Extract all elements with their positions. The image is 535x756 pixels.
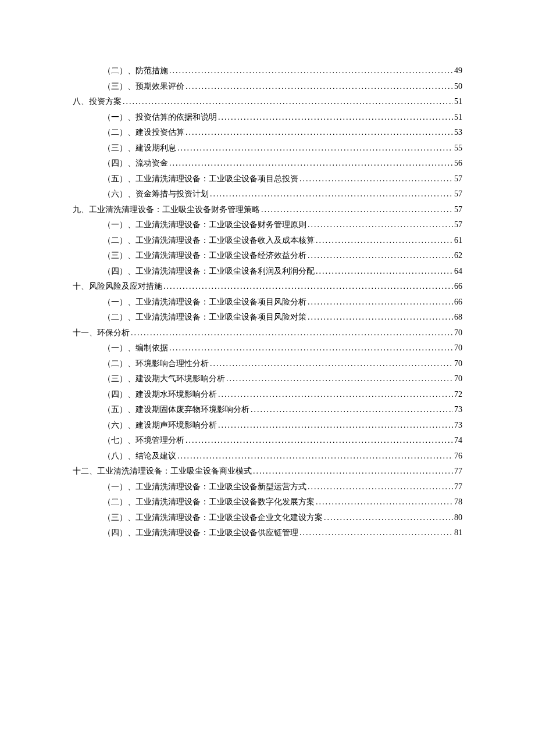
toc-entry-page: 77 — [454, 480, 462, 495]
toc-leader-dots — [253, 464, 453, 479]
toc-leader-dots — [186, 433, 453, 448]
toc-entry: 十、风险风险及应对措施66 — [73, 280, 462, 294]
toc-entry-page: 57 — [454, 172, 462, 187]
toc-entry-page: 66 — [454, 280, 462, 294]
toc-leader-dots — [177, 449, 453, 464]
toc-leader-dots — [177, 141, 453, 156]
table-of-contents: （二）、防范措施49（三）、预期效果评价50八、投资方案51（一）、投资估算的依… — [73, 64, 462, 540]
toc-leader-dots — [308, 218, 453, 232]
toc-entry: 十一、环保分析70 — [73, 326, 462, 341]
toc-entry: （七）、环境管理分析74 — [103, 433, 462, 448]
toc-entry: （三）、工业清洗清理设备：工业吸尘设备企业文化建设方案80 — [103, 511, 462, 525]
toc-entry: （一）、工业清洗清理设备：工业吸尘设备财务管理原则57 — [103, 218, 462, 232]
toc-entry-page: 51 — [454, 95, 462, 109]
toc-entry-label: （二）、环境影响合理性分析 — [103, 357, 209, 371]
document-page: （二）、防范措施49（三）、预期效果评价50八、投资方案51（一）、投资估算的依… — [0, 0, 535, 540]
toc-entry-label: （二）、工业清洗清理设备：工业吸尘设备数字化发展方案 — [103, 495, 315, 510]
toc-leader-dots — [218, 388, 453, 402]
toc-entry: （一）、工业清洗清理设备：工业吸尘设备项目风险分析66 — [103, 295, 462, 310]
toc-entry: （二）、建设投资估算53 — [103, 126, 462, 140]
toc-entry: （二）、工业清洗清理设备：工业吸尘设备数字化发展方案78 — [103, 495, 462, 510]
toc-leader-dots — [316, 234, 453, 248]
toc-leader-dots — [210, 357, 453, 371]
toc-entry-page: 61 — [454, 234, 462, 248]
toc-entry: （五）、建设期固体废弃物环境影响分析73 — [103, 403, 462, 417]
toc-entry: （二）、环境影响合理性分析70 — [103, 357, 462, 371]
toc-entry-page: 64 — [454, 264, 462, 279]
toc-entry-page: 50 — [454, 80, 462, 94]
toc-entry-page: 78 — [454, 495, 462, 510]
toc-leader-dots — [308, 249, 453, 263]
toc-entry-page: 70 — [454, 372, 462, 386]
toc-entry: （三）、工业清洗清理设备：工业吸尘设备经济效益分析62 — [103, 249, 462, 263]
toc-leader-dots — [308, 295, 453, 310]
toc-entry-page: 70 — [454, 341, 462, 356]
toc-entry-label: （五）、建设期固体废弃物环境影响分析 — [103, 403, 249, 417]
toc-entry: （六）、建设期声环境影响分析73 — [103, 418, 462, 433]
toc-leader-dots — [218, 418, 453, 433]
toc-entry-page: 51 — [454, 110, 462, 125]
toc-entry: （四）、工业清洗清理设备：工业吸尘设备利润及利润分配64 — [103, 264, 462, 279]
toc-entry-label: （六）、建设期声环境影响分析 — [103, 418, 217, 433]
toc-entry-page: 70 — [454, 326, 462, 341]
toc-leader-dots — [308, 480, 453, 495]
toc-entry: （二）、防范措施49 — [103, 64, 462, 78]
toc-entry-page: 57 — [454, 187, 462, 202]
toc-entry-page: 57 — [454, 203, 462, 217]
toc-leader-dots — [186, 126, 453, 140]
toc-entry: （三）、预期效果评价50 — [103, 80, 462, 94]
toc-entry-label: 九、工业清洗清理设备：工业吸尘设备财务管理策略 — [73, 203, 260, 217]
toc-entry-label: 十、风险风险及应对措施 — [73, 280, 162, 294]
toc-entry-page: 53 — [454, 126, 462, 140]
toc-leader-dots — [299, 172, 453, 187]
toc-leader-dots — [131, 326, 453, 341]
toc-leader-dots — [169, 156, 453, 171]
toc-entry-label: （四）、工业清洗清理设备：工业吸尘设备供应链管理 — [103, 526, 298, 540]
toc-leader-dots — [218, 110, 453, 125]
toc-entry: （二）、工业清洗清理设备：工业吸尘设备收入及成本核算61 — [103, 234, 462, 248]
toc-entry-page: 66 — [454, 295, 462, 310]
toc-leader-dots — [123, 95, 453, 109]
toc-entry-page: 68 — [454, 310, 462, 325]
toc-entry: （六）、资金筹措与投资计划57 — [103, 187, 462, 202]
toc-entry-label: （一）、工业清洗清理设备：工业吸尘设备项目风险分析 — [103, 295, 306, 310]
toc-entry: （一）、编制依据70 — [103, 341, 462, 356]
toc-leader-dots — [226, 372, 453, 386]
toc-entry-label: 八、投资方案 — [73, 95, 122, 109]
toc-entry-page: 55 — [454, 141, 462, 156]
toc-leader-dots — [324, 511, 453, 525]
toc-entry-page: 56 — [454, 156, 462, 171]
toc-entry-label: （三）、建设期大气环境影响分析 — [103, 372, 225, 386]
toc-entry-page: 49 — [454, 64, 462, 78]
toc-entry: （四）、流动资金56 — [103, 156, 462, 171]
toc-entry: 九、工业清洗清理设备：工业吸尘设备财务管理策略57 — [73, 203, 462, 217]
toc-leader-dots — [316, 264, 453, 279]
toc-leader-dots — [251, 403, 453, 417]
toc-entry-page: 70 — [454, 357, 462, 371]
toc-entry-label: （一）、编制依据 — [103, 341, 168, 356]
toc-entry-page: 57 — [454, 218, 462, 232]
toc-entry-label: （二）、工业清洗清理设备：工业吸尘设备项目风险对策 — [103, 310, 306, 325]
toc-entry-page: 72 — [454, 388, 462, 402]
toc-entry-page: 62 — [454, 249, 462, 263]
toc-leader-dots — [308, 310, 453, 325]
toc-entry-label: （一）、投资估算的依据和说明 — [103, 110, 217, 125]
toc-entry: （三）、建设期大气环境影响分析70 — [103, 372, 462, 386]
toc-entry-label: （八）、结论及建议 — [103, 449, 176, 464]
toc-entry-label: （二）、建设投资估算 — [103, 126, 184, 140]
toc-leader-dots — [316, 495, 453, 510]
toc-entry-label: （三）、工业清洗清理设备：工业吸尘设备经济效益分析 — [103, 249, 306, 263]
toc-entry-label: 十二、工业清洗清理设备：工业吸尘设备商业模式 — [73, 464, 252, 479]
toc-entry-label: 十一、环保分析 — [73, 326, 130, 341]
toc-entry-page: 81 — [454, 526, 462, 540]
toc-entry: （三）、建设期利息55 — [103, 141, 462, 156]
toc-entry-label: （五）、工业清洗清理设备：工业吸尘设备项目总投资 — [103, 172, 298, 187]
toc-entry: 八、投资方案51 — [73, 95, 462, 109]
toc-entry-label: （一）、工业清洗清理设备：工业吸尘设备新型运营方式 — [103, 480, 306, 495]
toc-entry-label: （三）、建设期利息 — [103, 141, 176, 156]
toc-entry: （二）、工业清洗清理设备：工业吸尘设备项目风险对策68 — [103, 310, 462, 325]
toc-entry-label: （二）、防范措施 — [103, 64, 168, 78]
toc-entry-page: 73 — [454, 403, 462, 417]
toc-entry: （五）、工业清洗清理设备：工业吸尘设备项目总投资57 — [103, 172, 462, 187]
toc-entry: （四）、工业清洗清理设备：工业吸尘设备供应链管理81 — [103, 526, 462, 540]
